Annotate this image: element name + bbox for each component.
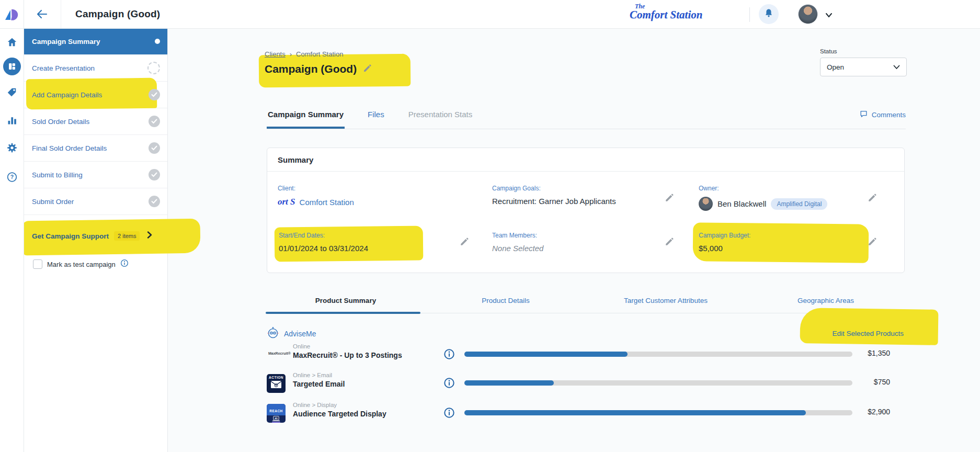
product-row-targeted-email: ACTION Online > Email Targeted Email (267, 370, 890, 397)
campaign-goals-field: Campaign Goals: Recruitment: Garner Job … (492, 185, 616, 206)
gear-icon[interactable] (6, 142, 17, 155)
product-category: Online > Email (293, 372, 345, 378)
edit-dates-pencil-icon[interactable] (460, 237, 469, 248)
info-icon[interactable] (443, 348, 455, 362)
test-campaign-row: Mark as test campaign (33, 257, 129, 271)
team-members-label: Team Members: (492, 232, 543, 239)
comment-bubble-icon (859, 110, 868, 120)
comments-button[interactable]: Comments (859, 110, 906, 120)
edit-owner-pencil-icon[interactable] (868, 193, 877, 205)
notifications-button[interactable] (759, 4, 779, 24)
sidebar-item-sold-order-details[interactable]: Sold Order Details (24, 108, 167, 135)
product-category: Online (293, 343, 402, 349)
budget-value: $5,000 (699, 244, 750, 253)
chevron-down-icon[interactable] (825, 10, 833, 20)
sidebar-item-label: Submit to Billing (32, 171, 83, 179)
edit-selected-products-button[interactable]: Edit Selected Products (832, 330, 904, 337)
active-tab-underline (266, 312, 420, 314)
tag-icon[interactable] (6, 87, 18, 100)
sidebar-item-label: Sold Order Details (32, 118, 89, 126)
info-icon[interactable] (443, 407, 455, 421)
dates-label: Start/End Dates: (279, 232, 368, 239)
adviseme-link[interactable]: AdviseMe (267, 326, 906, 341)
budget-progress-track (464, 380, 852, 386)
sidebar-item-label: Final Sold Order Details (32, 144, 107, 152)
robot-icon (267, 326, 279, 341)
main-content: Clients › Comfort Station Campaign (Good… (167, 28, 980, 452)
divider (24, 0, 24, 28)
bell-icon (764, 8, 774, 20)
product-price: $2,900 (868, 408, 890, 416)
sidebar-item-submit-order[interactable]: Submit Order (24, 188, 167, 215)
user-avatar[interactable] (798, 4, 818, 24)
dashboard-icon[interactable] (3, 58, 21, 75)
support-label: Get Campaign Support (32, 232, 109, 240)
budget-progress-fill (464, 352, 628, 357)
client-field: Client: ort S Comfort Station (278, 185, 354, 207)
status-box: Status Open (820, 48, 907, 76)
reach-label: REACH (269, 409, 283, 413)
topbar: Campaign (Good) The Comfort Station (0, 0, 980, 29)
sidebar-item-final-sold-order-details[interactable]: Final Sold Order Details (24, 135, 167, 162)
get-campaign-support-button[interactable]: Get Campaign Support 2 items (24, 223, 167, 249)
maxrecruit-logo-icon: MaxRecruit® (267, 345, 290, 356)
info-icon[interactable] (120, 259, 129, 269)
status-select[interactable]: Open (820, 58, 907, 76)
status-value: Open (827, 63, 844, 71)
edit-goals-pencil-icon[interactable] (665, 193, 674, 205)
tab-target-customer-attributes[interactable]: Target Customer Attributes (586, 293, 746, 313)
chevron-down-icon (893, 63, 900, 71)
owner-avatar (699, 197, 713, 211)
owner-name: Ben Blackwell (717, 199, 766, 208)
targeted-email-icon: ACTION (267, 374, 286, 393)
sidebar-item-campaign-summary[interactable]: Campaign Summary (24, 28, 167, 55)
check-circle-icon (149, 89, 160, 100)
product-name: MaxRecruit® - Up to 3 Postings (293, 351, 402, 359)
tab-geographic-areas[interactable]: Geographic Areas (746, 293, 906, 313)
check-circle-icon (149, 196, 160, 207)
tab-campaign-summary[interactable]: Campaign Summary (267, 106, 345, 129)
sidebar-item-label: Campaign Summary (32, 38, 100, 46)
adviseme-label: AdviseMe (284, 330, 316, 338)
svg-text:?: ? (10, 174, 13, 180)
product-row-maxrecruit: MaxRecruit® Online MaxRecruit® - Up to 3… (267, 342, 890, 368)
icon-rail: ? (0, 28, 24, 452)
edit-title-pencil-icon[interactable] (363, 64, 372, 75)
page-tabs: Campaign Summary Files Presentation Stat… (267, 106, 906, 129)
help-icon[interactable]: ? (6, 172, 17, 185)
edit-budget-pencil-icon[interactable] (868, 237, 877, 248)
brand-name: Comfort Station (630, 9, 734, 20)
tab-product-summary[interactable]: Product Summary (266, 293, 426, 313)
dates-value: 01/01/2024 to 03/31/2024 (279, 244, 368, 253)
product-name: Targeted Email (293, 380, 345, 388)
pending-circle-icon (147, 62, 160, 74)
back-button[interactable] (32, 7, 51, 21)
check-circle-icon (149, 142, 160, 154)
home-icon[interactable] (6, 37, 18, 50)
breadcrumb-clients[interactable]: Clients (265, 50, 286, 58)
product-row-audience-targeted-display: REACH AD Online > Display Audience Targe… (267, 400, 890, 426)
edit-team-pencil-icon[interactable] (665, 237, 674, 248)
sidebar-item-submit-to-billing[interactable]: Submit to Billing (24, 162, 167, 188)
comments-label: Comments (872, 111, 906, 119)
client-logo: ort S (278, 197, 295, 207)
sidebar-item-add-campaign-details[interactable]: Add Campaign Details (24, 82, 167, 108)
campaign-goals-value: Recruitment: Garner Job Applicants (492, 197, 616, 206)
action-label: ACTION (269, 376, 283, 379)
maxrecruit-logo-text: MaxRecruit® (268, 352, 291, 355)
test-campaign-checkbox[interactable] (33, 259, 42, 269)
tab-presentation-stats[interactable]: Presentation Stats (407, 106, 474, 129)
chart-icon[interactable] (7, 115, 17, 128)
budget-progress-fill (464, 410, 806, 415)
svg-text:AD: AD (275, 417, 278, 420)
app-logo-icon (4, 7, 20, 21)
tab-files[interactable]: Files (367, 106, 385, 129)
sidebar-item-create-presentation[interactable]: Create Presentation (24, 55, 167, 82)
summary-card: Summary Client: ort S Comfort Station Ca… (267, 148, 905, 273)
brand-logo: The Comfort Station (630, 3, 734, 20)
info-icon[interactable] (443, 377, 455, 391)
tab-product-details[interactable]: Product Details (426, 293, 586, 313)
client-name-link[interactable]: Comfort Station (300, 198, 354, 207)
owner-label: Owner: (699, 185, 827, 192)
breadcrumb: Clients › Comfort Station (265, 50, 343, 58)
